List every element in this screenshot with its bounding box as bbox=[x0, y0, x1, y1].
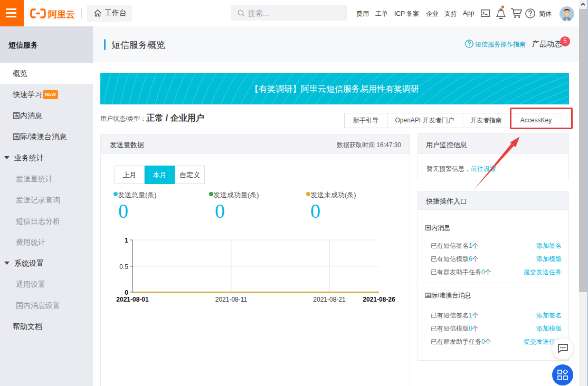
svg-text:0.5: 0.5 bbox=[119, 263, 128, 271]
svg-text:0: 0 bbox=[125, 289, 128, 296]
svg-text:1: 1 bbox=[125, 237, 128, 244]
svg-text:2021-08-01: 2021-08-01 bbox=[116, 296, 149, 303]
svg-text:2021-08-11: 2021-08-11 bbox=[215, 296, 248, 303]
svg-text:2021-08-26: 2021-08-26 bbox=[363, 296, 395, 303]
svg-text:2021-08-21: 2021-08-21 bbox=[313, 296, 346, 303]
